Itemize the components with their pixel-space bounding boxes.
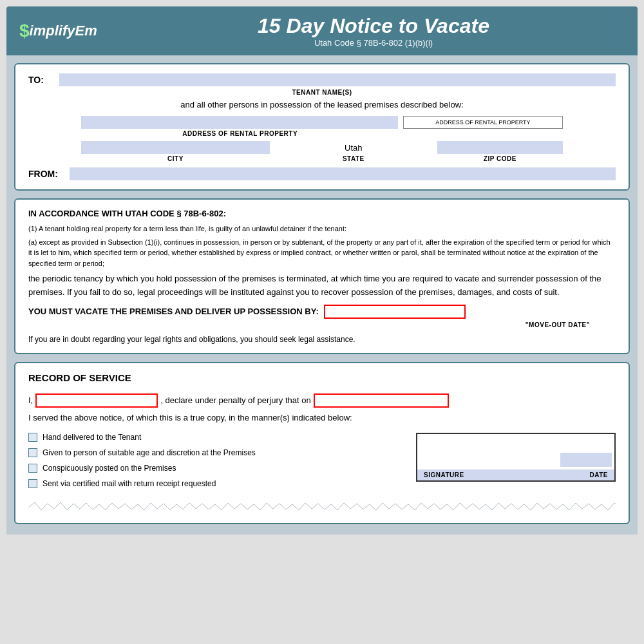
checkbox-label-3: Conspicuously posted on the Premises	[43, 464, 176, 473]
city-field[interactable]	[81, 141, 270, 154]
logo-text: implifyEm	[30, 23, 97, 39]
tenant-name-field[interactable]	[59, 73, 616, 86]
from-field[interactable]	[70, 167, 616, 180]
logo-area: $ implifyEm	[19, 21, 122, 41]
record-section: RECORD OF SERVICE I, , declare under pen…	[14, 362, 630, 524]
torn-bottom	[28, 501, 616, 514]
vacate-text: YOU MUST VACATE THE PREMISES AND DELIVER…	[28, 307, 319, 316]
address-field-box[interactable]: ADDRESS OF RENTAL PROPERTY	[403, 116, 563, 129]
address-box-label: ADDRESS OF RENTAL PROPERTY	[435, 119, 530, 126]
declare-date-field[interactable]	[314, 393, 449, 408]
from-label: FROM:	[28, 169, 70, 179]
to-row: TO:	[28, 73, 616, 86]
ros-served-text: I served the above notice, of which this…	[28, 413, 616, 422]
and-all-text: and all other persons in possession of t…	[28, 100, 616, 109]
zip-label: ZIP CODE	[484, 155, 516, 162]
checkbox-row-1: Hand delivered to the Tenant	[28, 433, 403, 442]
ros-bottom: Hand delivered to the Tenant Given to pe…	[28, 433, 616, 495]
torn-overlay: the periodic tenancy by which you hold p…	[28, 272, 616, 299]
sig-date-box: SIGNATURE DATE	[416, 433, 616, 482]
title-area: 15 Day Notice to Vacate Utah Code § 78B-…	[122, 14, 625, 48]
date-field-corner	[560, 453, 612, 467]
move-out-label: "MOVE-OUT DATE"	[28, 321, 616, 328]
notice-important: the periodic tenancy by which you hold p…	[28, 272, 616, 299]
address-field-1[interactable]	[81, 116, 398, 129]
ros-title: RECORD OF SERVICE	[28, 372, 616, 383]
sig-date-col: SIGNATURE DATE	[416, 433, 616, 482]
state-label: STATE	[343, 155, 365, 162]
checkboxes-col: Hand delivered to the Tenant Given to pe…	[28, 433, 403, 495]
checkbox-row-4: Sent via certified mail with return rece…	[28, 479, 403, 488]
signature-label: SIGNATURE	[424, 471, 590, 478]
ros-declare-row: I, , declare under penalty of perjury th…	[28, 393, 616, 408]
to-label: TO:	[28, 75, 59, 85]
notice-section: IN ACCORDANCE WITH UTAH CODE § 78B-6-802…	[14, 198, 630, 354]
checkbox-label-4: Sent via certified mail with return rece…	[43, 479, 216, 488]
vacate-row: YOU MUST VACATE THE PREMISES AND DELIVER…	[28, 305, 616, 319]
torn-svg	[28, 501, 616, 514]
notice-body2: (a) except as provided in Subsection (1)…	[28, 237, 616, 269]
checkbox-row-3: Conspicuously posted on the Premises	[28, 464, 403, 473]
sig-area[interactable]	[417, 434, 614, 469]
declarant-name-field[interactable]	[35, 393, 158, 408]
checkbox-1[interactable]	[28, 433, 37, 442]
to-section: TO: TENANT NAME(S) and all other persons…	[14, 63, 630, 191]
declare-prefix: I,	[28, 395, 33, 405]
checkbox-4[interactable]	[28, 479, 37, 488]
city-label: CITY	[167, 155, 184, 162]
logo-dollar-icon: $	[19, 21, 30, 41]
sig-label-row: SIGNATURE DATE	[417, 469, 614, 480]
declare-middle: , declare under penalty of perjury that …	[160, 395, 310, 405]
checkbox-row-2: Given to person of suitable age and disc…	[28, 448, 403, 457]
checkbox-label-1: Hand delivered to the Tenant	[43, 433, 141, 442]
checkbox-2[interactable]	[28, 448, 37, 457]
date-label: DATE	[590, 471, 608, 478]
address-label: ADDRESS OF RENTAL PROPERTY	[182, 130, 298, 137]
notice-body1: (1) A tenant holding real property for a…	[28, 223, 616, 234]
state-field: Utah	[275, 141, 432, 154]
move-out-date-field[interactable]	[324, 305, 466, 319]
notice-title: IN ACCORDANCE WITH UTAH CODE § 78B-6-802…	[28, 209, 616, 218]
checkbox-3[interactable]	[28, 464, 37, 473]
page-container: TO: TENANT NAME(S) and all other persons…	[6, 55, 638, 535]
from-row: FROM:	[28, 167, 616, 180]
tenant-label: TENANT NAME(S)	[28, 89, 616, 96]
main-title: 15 Day Notice to Vacate	[122, 14, 625, 38]
sub-title: Utah Code § 78B-6-802 (1)(b)(i)	[122, 38, 625, 48]
checkbox-label-2: Given to person of suitable age and disc…	[43, 448, 256, 457]
zip-field[interactable]	[437, 141, 563, 154]
legal-note: If you are in doubt regarding your legal…	[28, 335, 616, 344]
page-header: $ implifyEm 15 Day Notice to Vacate Utah…	[6, 6, 638, 55]
address-block: ADDRESS OF RENTAL PROPERTY ADDRESS OF RE…	[81, 116, 563, 162]
